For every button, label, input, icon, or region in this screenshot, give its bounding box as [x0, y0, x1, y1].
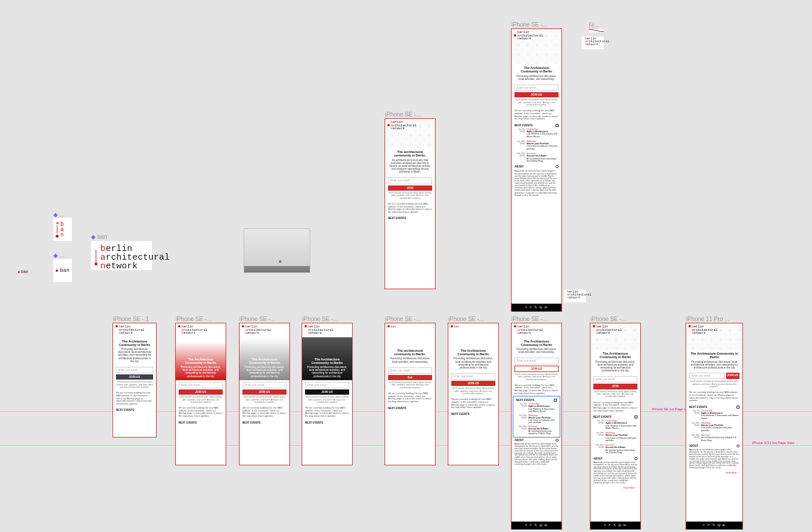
email-input[interactable]: Enter your email: [514, 85, 559, 91]
subscribe-note: You'll receive occasional news about eve…: [179, 396, 223, 403]
frame-fr-bar[interactable]: [589, 29, 604, 32]
hero-title: The architectural community in Berlin.: [389, 349, 432, 356]
event-item[interactable]: Jan 29th09:00WorkshopMaster your Portfol…: [516, 414, 557, 424]
frame-title[interactable]: iPhone SE -...: [512, 21, 548, 28]
email-input[interactable]: Enter your email: [388, 367, 432, 374]
next-events-heading: NEXT EVENTS: [179, 421, 223, 424]
event-item[interactable]: Feb 10th09:00ExcursionAn architectural j…: [689, 434, 740, 442]
frame-title[interactable]: iPhone SE -...: [385, 111, 421, 118]
footer: f ↗ 𝕏 ◎ in: [686, 522, 742, 529]
frame-title[interactable]: iPhone SE -...: [590, 316, 626, 322]
join-button[interactable]: JOIN US: [179, 389, 223, 395]
join-button[interactable]: JOIN US: [242, 389, 287, 395]
frame-title[interactable]: iPhone SE -...: [302, 316, 338, 322]
frame-title[interactable]: iPhone SE -...: [512, 316, 548, 322]
email-input[interactable]: Enter your email: [689, 373, 725, 379]
subscribe-note: You'll receive occasional news about eve…: [514, 373, 559, 381]
facebook-icon[interactable]: f: [525, 523, 527, 527]
component-label: ◆...: [53, 212, 64, 218]
event-item[interactable]: Jan 29th09:00WorkshopMaster your Portfol…: [593, 432, 637, 442]
hero-title: The Architecture Community in Berlin: [117, 340, 153, 347]
share-icon[interactable]: ↗: [529, 523, 532, 527]
read-more-link[interactable]: Read More →: [689, 472, 740, 474]
next-events-heading: NEXT EVENTS: [514, 124, 559, 127]
twitter-icon[interactable]: 𝕏: [712, 523, 715, 527]
instagram-icon[interactable]: ◎: [717, 523, 720, 527]
join-button[interactable]: JOIN: [593, 384, 637, 389]
join-button[interactable]: JOIN US: [451, 381, 495, 386]
email-input[interactable]: Enter your email: [388, 177, 432, 184]
facebook-icon[interactable]: f: [704, 523, 705, 527]
frame-title[interactable]: iPhone SE -...: [385, 316, 421, 322]
email-input[interactable]: Enter your email: [593, 376, 637, 382]
frame-iphone-se-joinus[interactable]: ban The Architecture Community in Berlin…: [448, 323, 498, 465]
event-item[interactable]: Jan 7th09:00Co-LearningAgile in Architec…: [593, 420, 637, 429]
frame-iphone-se-top-right[interactable]: berlin architectural network The Archite…: [512, 29, 561, 311]
email-input[interactable]: Enter your email: [305, 382, 349, 388]
frame-title[interactable]: iPhone SE -...: [240, 316, 276, 322]
frame-iphone-11-pro[interactable]: berlinarchitecturalnetwork The Architect…: [686, 323, 742, 529]
share-icon[interactable]: ↗: [707, 523, 710, 527]
frame-iphone-se-outline[interactable]: berlinarchitecturalnetwork The Architect…: [512, 323, 561, 529]
join-button[interactable]: JOIN US: [726, 373, 740, 379]
join-button[interactable]: JOIN US: [514, 366, 559, 372]
event-item[interactable]: Jan 7th09:00Co-LearningAgile in Architec…: [689, 410, 740, 420]
body-note: We are currently building the new BAN we…: [305, 407, 349, 417]
frame-iphone-se-texture[interactable]: berlinarchitecturalnetwork The Architect…: [590, 323, 640, 529]
linkedin-icon[interactable]: in: [624, 523, 626, 527]
frame-iphone-se-red[interactable]: berlinarchitecturalnetwork The Architect…: [176, 323, 226, 465]
event-item[interactable]: Jan 7th09:00Co-LearningAgile in Architec…: [516, 403, 557, 413]
about-heading: ABOUT: [593, 457, 637, 460]
share-icon[interactable]: ↗: [529, 305, 532, 309]
body-note: We are currently building the new BAN we…: [242, 407, 287, 417]
subscribe-note: You'll receive occasional news about eve…: [388, 381, 432, 389]
twitter-icon[interactable]: 𝕏: [534, 305, 537, 309]
instagram-icon[interactable]: ◎: [539, 523, 542, 527]
facebook-icon[interactable]: f: [525, 305, 527, 309]
event-item[interactable]: Feb 10th09:00ExcursionAround the S-BahnA…: [516, 425, 557, 435]
instagram-icon[interactable]: ◎: [618, 523, 621, 527]
next-events-heading: NEXT EVENTS: [116, 409, 153, 411]
event-item[interactable]: Feb 10th09:00ExcursionAround the S-BahnA…: [514, 152, 559, 162]
event-item[interactable]: Jan 29th09:00WorkshopMaster your Portfol…: [689, 422, 740, 432]
frame-iphone-se-black[interactable]: berlinarchitecturalnetwork The Architect…: [302, 323, 352, 465]
next-events-heading: NEXT EVENTS: [451, 413, 495, 416]
hero-subtitle: Promoting architecture discussion, local…: [594, 360, 637, 373]
join-button[interactable]: JOIN US: [305, 389, 349, 395]
frame-title[interactable]: iPhone SE - 1: [113, 316, 149, 322]
instagram-icon[interactable]: ◎: [539, 305, 542, 309]
frame-iphone-se-top-mid[interactable]: berlin architectural network The archite…: [385, 119, 435, 289]
asset-logo-column: b a n: [53, 218, 72, 241]
email-input[interactable]: Enter your email: [179, 382, 223, 388]
component-label: ◆...: [53, 252, 64, 258]
next-events-heading: NEXT EVENTS: [388, 407, 432, 410]
event-item[interactable]: Feb 10th09:00ExcursionAround the S-BahnA…: [593, 444, 637, 454]
share-icon[interactable]: ↗: [608, 523, 611, 527]
twitter-icon[interactable]: 𝕏: [613, 523, 616, 527]
frame-iphone-se-sub[interactable]: ban The architectural community in Berli…: [385, 323, 435, 465]
frame-title[interactable]: iPhone SE -...: [448, 316, 484, 322]
email-input[interactable]: Enter your email: [514, 358, 559, 364]
event-item[interactable]: Jan 29th09:00WorkshopMaster your Portfol…: [514, 140, 559, 150]
linkedin-icon[interactable]: in: [545, 305, 548, 309]
linkedin-icon[interactable]: in: [723, 523, 726, 527]
sub-button[interactable]: Sub: [388, 375, 432, 380]
frame-iphone-se-1[interactable]: berlinarchitecturalnetwork The Architect…: [113, 323, 156, 437]
facebook-icon[interactable]: f: [604, 523, 606, 527]
body-note: We are currently building the new BAN we…: [514, 384, 559, 395]
email-input[interactable]: Enter your email: [116, 367, 153, 373]
join-button[interactable]: JOIN US: [116, 374, 153, 380]
email-input[interactable]: Enter your email: [242, 382, 287, 388]
event-item[interactable]: Jan 7th09:00Co-LearningAgile in Architec…: [514, 128, 559, 138]
frame-title[interactable]: iPhone 11 Pro ...: [686, 316, 730, 322]
email-input[interactable]: Enter your email: [451, 373, 495, 380]
read-more-link[interactable]: Read More →: [593, 487, 637, 489]
body-note: We are currently building the new BAN we…: [451, 398, 495, 409]
twitter-icon[interactable]: 𝕏: [534, 523, 537, 527]
frame-iphone-se-gray[interactable]: berlinarchitecturalnetwork The Architect…: [240, 323, 289, 465]
frame-title[interactable]: iPhone SE -...: [176, 316, 212, 322]
linkedin-icon[interactable]: in: [545, 523, 548, 527]
hero-title: The Architecture Community in Berlin: [515, 340, 558, 347]
join-button[interactable]: JOIN: [388, 185, 432, 191]
join-button[interactable]: JOIN US: [514, 92, 559, 97]
